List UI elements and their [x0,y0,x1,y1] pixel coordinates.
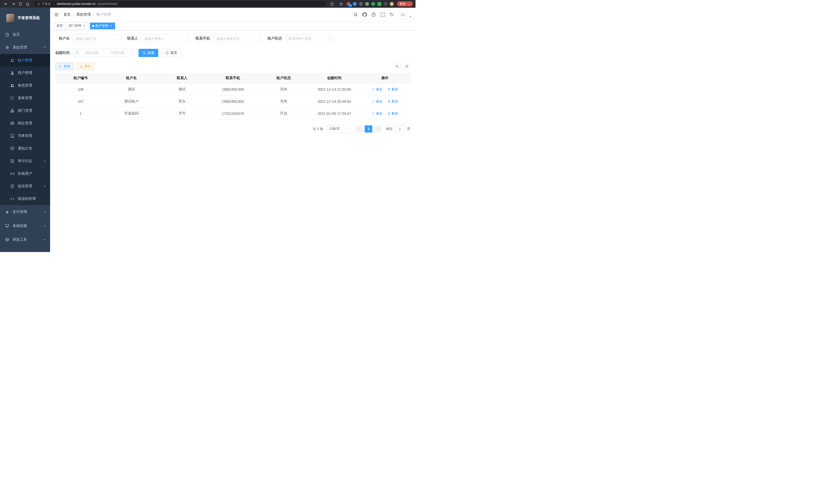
extension-icon-4[interactable] [365,2,369,6]
sidebar-item-role[interactable]: 角色管理 [0,79,50,92]
browser-home-button[interactable] [24,1,31,7]
phone-input[interactable] [213,34,261,42]
sidebar-item-home[interactable]: 首页 [0,28,50,41]
close-icon[interactable] [109,24,113,28]
sidebar-item-system[interactable]: 系统管理 [0,41,50,54]
filter-row-1: 租户名 联系人 联系手机 租户状态 请选择租户状态 [55,34,410,42]
search-icon[interactable] [353,12,358,17]
col-tenant-id: 租户编号 [55,73,106,83]
sidebar-item-payment[interactable]: 支付管理 [0,205,50,219]
warning-icon [37,2,40,5]
fullscreen-icon[interactable] [380,12,385,17]
security-label: 不安全 [41,2,51,6]
col-tenant-name: 租户名 [106,73,156,83]
chevron-down-icon [44,238,46,240]
sidebar-item-dept[interactable]: 部门管理 [0,104,50,117]
delete-link[interactable]: 删除 [388,87,398,92]
tenant-name-input[interactable] [73,34,120,42]
export-button[interactable]: 导出 [76,63,94,70]
delete-link[interactable]: 删除 [388,99,398,104]
trash-icon [388,88,391,91]
tab-home[interactable]: 首页 [54,23,65,29]
breadcrumb-home[interactable]: 首页 [63,12,71,17]
status-text: 关闭 [258,83,309,95]
extension-icon-3[interactable] [359,2,363,6]
sidebar-item-sms[interactable]: 短信管理 [0,180,50,192]
browser-forward-button[interactable] [10,1,17,7]
delete-link[interactable]: 删除 [388,111,398,116]
sidebar-item-devtools[interactable]: 研发工具 [0,233,50,246]
goto-page-input[interactable] [395,125,405,132]
edit-link[interactable]: 修改 [372,99,382,104]
sidebar-item-online-user[interactable]: 在线用户 [0,167,50,180]
bookmark-star-icon[interactable] [338,1,344,7]
tab-dept[interactable]: 部门管理 [66,23,88,29]
extension-icon-1[interactable]: 10 [347,2,350,6]
sidebar-item-post[interactable]: 岗位管理 [0,117,50,129]
create-time-range-picker[interactable]: 开始日期 - 结束日期 [73,49,132,57]
toggle-search-button[interactable] [393,63,401,70]
logo-image [6,14,15,22]
page-content: 租户名 联系人 联系手机 租户状态 请选择租户状态 [50,30,416,252]
create-time-label: 创建时间 [55,51,69,55]
status-text: 关闭 [258,95,309,108]
start-date-placeholder: 开始日期 [80,51,103,55]
url-path: /system/tenant [97,2,322,6]
briefcase-icon [10,121,15,125]
sidebar-item-tenant[interactable]: 租户管理 [0,54,50,66]
page-number-1[interactable]: 1 [365,125,372,132]
edit-link[interactable]: 修改 [372,111,382,116]
close-icon[interactable] [83,24,86,28]
sidebar-collapse-button[interactable] [54,12,59,17]
search-icon [143,51,146,55]
table-row: 107 测试租户 秃头 15601691300 关闭 2021-12-14 20… [55,95,410,108]
browser-reload-button[interactable] [17,1,24,7]
extension-icon-5[interactable] [371,2,375,6]
user-avatar[interactable] [398,10,407,19]
toolbox-icon [5,238,9,242]
breadcrumb-current: 租户管理 [96,12,111,17]
sidebar-item-notice[interactable]: 通知公告 [0,142,50,155]
sidebar-item-menu[interactable]: 菜单管理 [0,92,50,104]
chevron-right-icon [377,128,379,130]
browser-update-button[interactable]: 更新 [397,1,413,6]
edit-link[interactable]: 修改 [372,87,382,92]
search-button[interactable]: 搜索 [139,49,158,57]
github-icon[interactable] [362,12,367,17]
refresh-table-button[interactable] [403,63,410,70]
filter-row-2: 创建时间 开始日期 - 结束日期 搜索 重置 [55,49,410,57]
filter-tenant-name: 租户名 [55,34,120,42]
font-size-icon[interactable] [389,12,394,17]
reset-button[interactable]: 重置 [161,49,181,57]
sidebar-item-user[interactable]: 用户管理 [0,66,50,79]
url-host: dashboard.yudao.iocoder.cn [57,2,95,6]
app-logo[interactable]: 芋道管理系统 [0,8,50,28]
browser-back-button[interactable] [3,1,9,7]
share-icon[interactable] [328,1,335,7]
col-status: 租户状态 [258,73,309,83]
browser-menu-icon[interactable] [406,2,412,6]
page-size-select[interactable]: 10条/页 [326,125,351,132]
add-button[interactable]: 新增 [55,63,74,70]
top-navbar: 首页 / 系统管理 / 租户管理 [50,8,416,22]
address-bar[interactable]: 不安全 dashboard.yudao.iocoder.cn/system/te… [34,1,325,7]
extension-icon-2[interactable] [353,2,357,6]
refresh-icon [166,51,169,55]
breadcrumb-system[interactable]: 系统管理 [76,12,91,17]
contact-input[interactable] [141,34,189,42]
help-icon[interactable] [371,12,376,17]
sidebar-item-error-code[interactable]: 错误码管理 [0,192,50,205]
sidebar-item-infrastructure[interactable]: 基础设施 [0,219,50,233]
next-page-button[interactable] [374,125,381,132]
profile-avatar-icon[interactable] [390,2,394,6]
extension-icon-7[interactable] [384,2,388,6]
tab-tenant[interactable]: 租户管理 [90,23,115,29]
tenant-status-select[interactable]: 请选择租户状态 [285,34,333,42]
col-contact: 联系人 [157,73,207,83]
sidebar-item-audit-log[interactable]: 审计日志 [0,155,50,167]
breadcrumb: 首页 / 系统管理 / 租户管理 [63,12,111,17]
avatar-dropdown-caret[interactable] [409,16,411,17]
extension-icon-6[interactable] [377,2,381,6]
prev-page-button[interactable] [355,125,363,132]
sidebar-item-dict[interactable]: 字典管理 [0,129,50,142]
